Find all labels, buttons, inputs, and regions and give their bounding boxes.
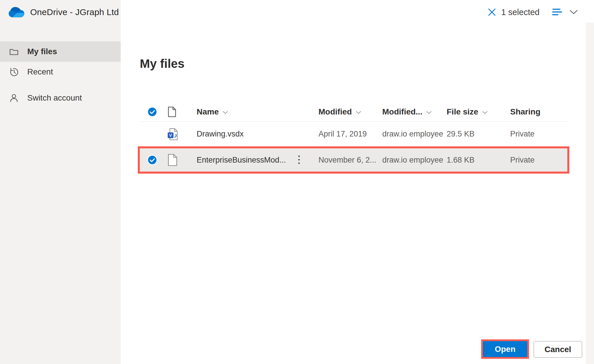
file-name: EnterpriseBusinessMod... <box>187 155 318 165</box>
chevron-down-icon <box>223 111 228 114</box>
table-row-selected[interactable]: EnterpriseBusinessMod... November 6, 2..… <box>140 148 567 172</box>
sort-lines-icon[interactable] <box>552 8 563 16</box>
onedrive-logo: OneDrive - JGraph Ltd <box>9 7 119 17</box>
column-header-sharing[interactable]: Sharing <box>510 107 567 117</box>
svg-text:V: V <box>169 133 172 137</box>
checked-circle-icon <box>147 106 158 117</box>
sidebar-item-label: Recent <box>27 67 53 77</box>
table-row[interactable]: V Drawing.vsdx April 17, 2019 draw.io em… <box>140 122 567 146</box>
history-icon <box>9 67 19 77</box>
files-table: Name Modified Modified... File size Shar… <box>140 102 567 174</box>
file-modified-by: draw.io employee <box>382 130 447 139</box>
sidebar: OneDrive - JGraph Ltd My files Recent <box>0 0 121 364</box>
row-checkbox-checked[interactable] <box>140 154 160 165</box>
more-options-kebab-icon[interactable] <box>298 155 300 165</box>
chevron-down-icon <box>356 111 361 114</box>
sidebar-item-my-files[interactable]: My files <box>0 41 121 62</box>
file-modified: November 6, 2... <box>318 156 382 165</box>
chevron-down-icon <box>426 111 432 114</box>
file-modified-by: draw.io employee <box>382 156 447 165</box>
chevron-down-icon[interactable] <box>570 10 578 14</box>
sidebar-item-switch-account[interactable]: Switch account <box>0 88 121 108</box>
sidebar-nav: My files Recent Switch account <box>0 41 121 108</box>
file-sharing: Private <box>510 156 567 165</box>
open-button[interactable]: Open <box>483 341 527 357</box>
file-name: Drawing.vsdx <box>187 130 318 139</box>
cancel-button[interactable]: Cancel <box>534 341 582 358</box>
file-modified: April 17, 2019 <box>318 130 382 139</box>
sidebar-item-label: Switch account <box>27 93 82 103</box>
checked-circle-icon <box>147 154 158 165</box>
account-title: OneDrive - JGraph Ltd <box>30 7 119 17</box>
vertical-scrollbar[interactable] <box>586 23 594 364</box>
onedrive-cloud-icon <box>9 7 24 17</box>
visio-file-icon: V <box>160 128 187 140</box>
table-header-row: Name Modified Modified... File size Shar… <box>140 102 567 122</box>
deselect-x-icon[interactable] <box>487 8 497 17</box>
file-sharing: Private <box>510 130 567 139</box>
annotation-highlight-selected-row: EnterpriseBusinessMod... November 6, 2..… <box>138 146 569 174</box>
column-header-name[interactable]: Name <box>187 107 318 117</box>
file-size: 1.68 KB <box>447 156 510 165</box>
document-file-icon <box>160 154 187 166</box>
document-icon <box>168 107 176 117</box>
page-title: My files <box>140 57 184 71</box>
chevron-down-icon <box>482 111 488 114</box>
column-header-modified-by[interactable]: Modified... <box>382 107 447 117</box>
sidebar-item-label: My files <box>27 47 57 56</box>
selection-command-bar: 1 selected <box>487 5 578 20</box>
column-header-modified[interactable]: Modified <box>318 107 382 117</box>
person-icon <box>9 93 19 103</box>
column-header-file-size[interactable]: File size <box>447 107 510 117</box>
sidebar-item-recent[interactable]: Recent <box>0 62 121 82</box>
file-type-column-icon[interactable] <box>160 107 187 117</box>
select-all-checkbox[interactable] <box>140 106 160 117</box>
folder-icon <box>9 47 19 56</box>
file-size: 29.5 KB <box>447 130 510 139</box>
selection-count-label: 1 selected <box>501 8 539 17</box>
annotation-highlight-open-button: Open <box>481 339 529 359</box>
